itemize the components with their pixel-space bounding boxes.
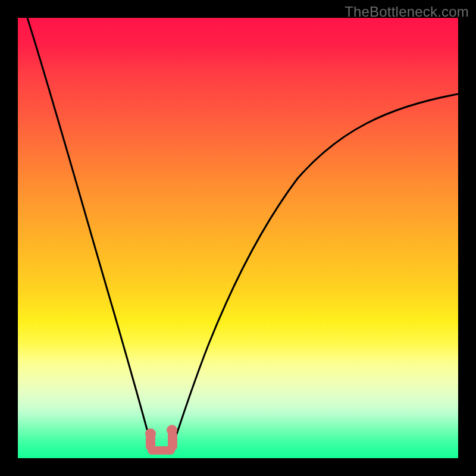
optimal-marker-right-dot bbox=[167, 425, 177, 436]
curve-right-branch bbox=[170, 94, 458, 452]
curve-left-branch bbox=[27, 18, 154, 452]
bottleneck-curve bbox=[18, 18, 458, 458]
chart-plot-area bbox=[18, 18, 458, 458]
watermark-label: TheBottleneck.com bbox=[345, 4, 469, 20]
